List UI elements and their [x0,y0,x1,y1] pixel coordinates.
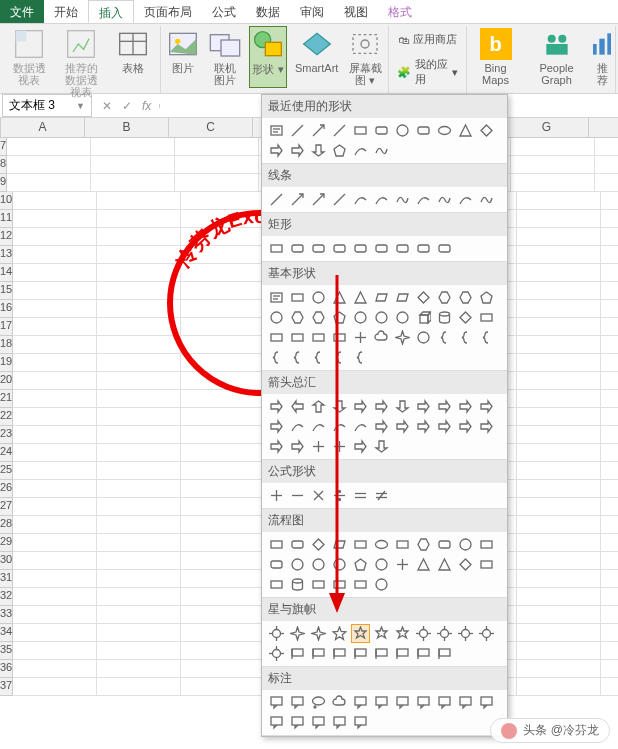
shape-option[interactable] [415,191,432,208]
cell[interactable] [13,462,97,480]
shape-option[interactable] [289,398,306,415]
shape-option[interactable] [436,625,453,642]
cell[interactable] [517,246,601,264]
shape-option[interactable] [331,625,348,642]
shape-option[interactable] [415,556,432,573]
shape-option[interactable] [268,309,285,326]
cell[interactable] [517,264,601,282]
row-header[interactable]: 36 [0,660,13,678]
cell[interactable] [13,336,97,354]
online-picture-button[interactable]: 联机图片 [207,26,243,88]
shape-option[interactable] [394,398,411,415]
cell[interactable] [91,156,175,174]
cell[interactable] [601,246,618,264]
screenshot-button[interactable]: 屏幕截图 ▾ [346,26,383,88]
cell[interactable] [13,444,97,462]
shape-option[interactable] [457,122,474,139]
row-header[interactable]: 34 [0,624,13,642]
shape-option[interactable] [310,645,327,662]
cell[interactable] [97,624,181,642]
cell[interactable] [517,462,601,480]
shape-option[interactable] [415,536,432,553]
cell[interactable] [517,552,601,570]
cell[interactable] [91,174,175,192]
row-header[interactable]: 13 [0,246,13,264]
cell[interactable] [181,552,265,570]
cell[interactable] [517,228,601,246]
recommended-button[interactable]: 推荐 [593,26,611,88]
shape-option[interactable] [436,329,453,346]
cell[interactable] [13,246,97,264]
shape-option[interactable] [415,309,432,326]
cell[interactable] [601,390,618,408]
row-header[interactable]: 37 [0,678,13,696]
shape-option[interactable] [331,714,348,731]
row-header[interactable]: 32 [0,588,13,606]
row-header[interactable]: 28 [0,516,13,534]
shape-option[interactable] [352,714,369,731]
shape-option[interactable] [310,438,327,455]
shape-option[interactable] [373,191,390,208]
shape-option[interactable] [310,349,327,366]
row-header[interactable]: 20 [0,372,13,390]
cell[interactable] [601,534,618,552]
cell[interactable] [13,372,97,390]
cell[interactable] [181,516,265,534]
app-store-button[interactable]: 🛍应用商店 [394,30,461,49]
shape-option[interactable] [373,694,390,711]
shape-option[interactable] [478,625,495,642]
shape-option[interactable] [331,309,348,326]
tab-view[interactable]: 视图 [334,0,378,23]
shape-option[interactable] [478,418,495,435]
shape-option[interactable] [373,645,390,662]
shape-option[interactable] [457,694,474,711]
cell[interactable] [517,300,601,318]
shape-option[interactable] [436,536,453,553]
cell[interactable] [13,354,97,372]
cell[interactable] [601,552,618,570]
row-header[interactable]: 12 [0,228,13,246]
shape-option[interactable] [415,625,432,642]
cell[interactable] [601,498,618,516]
shape-option[interactable] [331,240,348,257]
shape-option[interactable] [331,487,348,504]
cell[interactable] [595,156,618,174]
shape-option[interactable] [478,309,495,326]
shape-option[interactable] [352,487,369,504]
shape-option[interactable] [373,398,390,415]
cell[interactable] [97,552,181,570]
table-button[interactable]: 表格 [110,26,156,100]
cell[interactable] [97,588,181,606]
tab-pagelayout[interactable]: 页面布局 [134,0,202,23]
cell[interactable] [601,642,618,660]
shape-option[interactable] [373,289,390,306]
shape-option[interactable] [352,329,369,346]
shape-option[interactable] [331,191,348,208]
row-header[interactable]: 31 [0,570,13,588]
cell[interactable] [13,498,97,516]
cell[interactable] [601,336,618,354]
shape-option[interactable] [268,142,285,159]
bing-maps-button[interactable]: bBing Maps [471,26,519,88]
shape-option[interactable] [268,536,285,553]
tab-review[interactable]: 审阅 [290,0,334,23]
shape-option[interactable] [373,576,390,593]
shape-option[interactable] [268,487,285,504]
shape-option[interactable] [415,329,432,346]
shape-option[interactable] [373,142,390,159]
cell[interactable] [97,660,181,678]
shape-option[interactable] [415,694,432,711]
cell[interactable] [181,660,265,678]
cell[interactable] [517,480,601,498]
shape-option[interactable] [478,694,495,711]
shape-option[interactable] [352,240,369,257]
cell[interactable] [181,444,265,462]
shape-option[interactable] [289,191,306,208]
row-header[interactable]: 7 [0,138,7,156]
shape-option[interactable] [352,398,369,415]
col-G[interactable]: G [505,118,589,137]
shape-option[interactable] [268,398,285,415]
shape-option[interactable] [310,122,327,139]
cell[interactable] [13,552,97,570]
cell[interactable] [13,678,97,696]
